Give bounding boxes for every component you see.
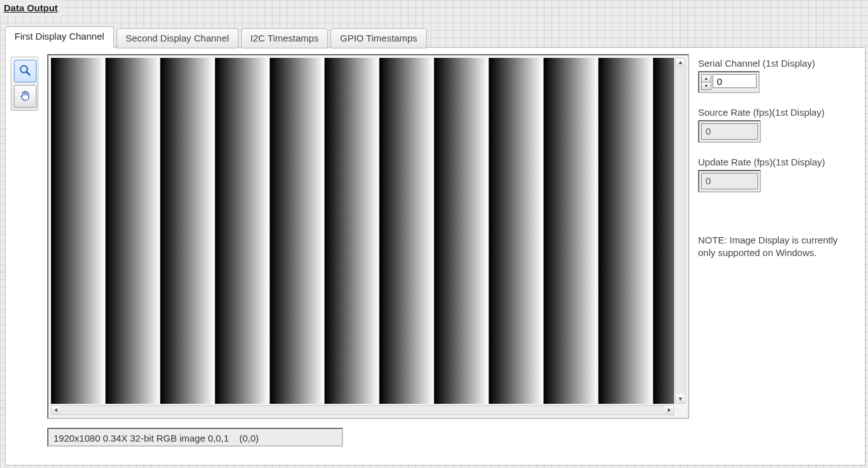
scroll-down-button[interactable]: [676, 394, 685, 403]
svg-marker-5: [668, 408, 671, 412]
pan-tool-button[interactable]: [14, 85, 37, 108]
tab-label: GPIO Timestamps: [340, 33, 417, 43]
serial-channel-input[interactable]: [713, 74, 757, 88]
zoom-icon: [19, 64, 31, 79]
serial-channel-increment[interactable]: ▲: [701, 74, 711, 82]
image-content: [51, 58, 674, 404]
panel-title: Data Output: [0, 0, 62, 16]
update-rate-value: 0: [701, 173, 758, 189]
source-rate-label: Source Rate (fps)(1st Display): [698, 107, 855, 118]
image-info-readout: 1920x1080 0.34X 32-bit RGB image 0,0,1 (…: [47, 428, 343, 447]
scroll-up-button[interactable]: [676, 58, 685, 67]
scroll-right-button[interactable]: [665, 406, 674, 415]
update-rate-label: Update Rate (fps)(1st Display): [698, 157, 855, 167]
tab-gpio-timestamps[interactable]: GPIO Timestamps: [330, 28, 427, 48]
vertical-scrollbar[interactable]: [675, 58, 685, 404]
image-tool-palette: [11, 57, 38, 111]
serial-channel-decrement[interactable]: ▼: [701, 82, 711, 90]
chevron-up-icon: ▲: [704, 76, 709, 81]
svg-marker-3: [679, 398, 682, 401]
serial-channel-control: ▲ ▼: [698, 71, 760, 93]
source-rate-control: 0: [698, 120, 761, 143]
zoom-tool-button[interactable]: [14, 60, 37, 82]
svg-line-1: [26, 72, 30, 75]
scroll-left-button[interactable]: [52, 406, 60, 415]
tab-first-display-channel[interactable]: First Display Channel: [5, 26, 114, 48]
hand-icon: [19, 89, 31, 104]
tab-page-first-display: 1920x1080 0.34X 32-bit RGB image 0,0,1 (…: [5, 47, 865, 465]
tab-label: First Display Channel: [14, 31, 104, 42]
update-rate-control: 0: [698, 170, 761, 192]
image-display[interactable]: [51, 58, 674, 404]
source-rate-value: 0: [701, 123, 758, 140]
display-properties: Serial Channel (1st Display) ▲ ▼ Source …: [698, 57, 855, 260]
horizontal-scrollbar[interactable]: [51, 405, 674, 415]
serial-channel-label: Serial Channel (1st Display): [698, 58, 855, 69]
tab-i2c-timestamps[interactable]: I2C Timestamps: [241, 28, 328, 48]
serial-channel-spinner: ▲ ▼: [701, 74, 711, 90]
svg-marker-4: [54, 408, 57, 412]
tab-second-display-channel[interactable]: Second Display Channel: [116, 28, 239, 48]
tab-label: I2C Timestamps: [251, 33, 318, 43]
image-display-frame: [47, 54, 689, 419]
tab-strip: First Display Channel Second Display Cha…: [5, 26, 865, 48]
platform-note: NOTE: Image Display is currently only su…: [698, 234, 855, 260]
tab-label: Second Display Channel: [126, 33, 229, 43]
chevron-down-icon: ▼: [704, 84, 709, 88]
svg-marker-2: [679, 61, 682, 64]
